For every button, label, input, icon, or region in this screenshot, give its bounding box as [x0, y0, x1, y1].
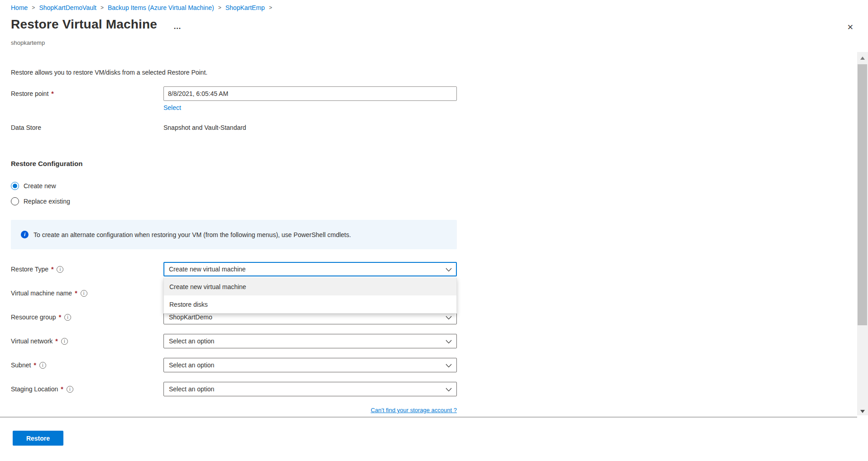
required-asterisk: * [61, 385, 63, 393]
more-options-icon[interactable]: … [173, 24, 182, 29]
breadcrumb-separator-icon: > [218, 5, 221, 11]
storage-account-help-link[interactable]: Can't find your storage account ? [371, 407, 457, 413]
restore-point-field: Select [163, 86, 457, 112]
data-store-row: Data Store Snapshot and Vault-Standard [11, 124, 857, 131]
required-asterisk: * [59, 314, 61, 321]
required-asterisk: * [34, 361, 36, 369]
restore-type-label: Restore Type * i [11, 266, 163, 273]
triangle-up-icon [860, 57, 865, 60]
required-asterisk: * [51, 266, 53, 273]
restore-vm-blade: Home > ShopKartDemoVault > Backup Items … [0, 0, 868, 461]
select-value: Select an option [169, 337, 214, 345]
subnet-label: Subnet * i [11, 361, 163, 369]
restore-form: Restore Type * i Create new virtual mach… [11, 262, 857, 414]
radio-replace-existing[interactable]: Replace existing [11, 197, 857, 206]
select-value: Select an option [169, 361, 214, 369]
footer-divider [0, 417, 857, 418]
info-tooltip-icon[interactable]: i [57, 266, 63, 273]
staging-location-select[interactable]: Select an option [163, 382, 457, 396]
staging-location-row: Staging Location * i Select an option [11, 382, 857, 396]
radio-label: Create new [24, 182, 56, 190]
required-asterisk: * [75, 290, 77, 297]
breadcrumb-link-home[interactable]: Home [11, 4, 28, 11]
field-label: Data Store [11, 124, 41, 131]
select-value: Select an option [169, 385, 214, 393]
restore-type-dropdown-wrapper: Create new virtual machine Create new vi… [163, 262, 457, 276]
virtual-network-select[interactable]: Select an option [163, 334, 457, 348]
storage-link-row: Can't find your storage account ? [11, 406, 457, 414]
field-label: Restore Type [11, 266, 48, 273]
virtual-network-label: Virtual network * i [11, 337, 163, 345]
info-tooltip-icon[interactable]: i [64, 314, 71, 321]
field-label: Resource group [11, 314, 56, 321]
select-value: ShopKartDemo [169, 314, 212, 321]
dropdown-option-create-new-vm[interactable]: Create new virtual machine [164, 278, 456, 295]
breadcrumb-separator-icon: > [269, 5, 272, 11]
chevron-down-icon [446, 316, 452, 320]
restore-point-input[interactable] [163, 86, 457, 101]
vertical-scrollbar[interactable] [857, 52, 868, 415]
breadcrumb: Home > ShopKartDemoVault > Backup Items … [11, 4, 272, 11]
restore-configuration-heading: Restore Configuration [11, 160, 857, 167]
blade-content: Restore allows you to restore VM/disks f… [0, 52, 857, 417]
scrollbar-up-button[interactable] [857, 52, 868, 64]
restore-type-dropdown-list: Create new virtual machine Restore disks [163, 278, 457, 314]
info-tooltip-icon[interactable]: i [61, 338, 68, 345]
restore-point-row: Restore point * Select [11, 86, 857, 112]
select-value: Create new virtual machine [169, 266, 246, 273]
radio-create-new[interactable]: Create new [11, 181, 857, 190]
field-label: Subnet [11, 361, 31, 369]
info-icon: i [21, 231, 29, 238]
dropdown-option-restore-disks[interactable]: Restore disks [164, 295, 456, 313]
blade-subtitle: shopkartemp [11, 39, 45, 46]
subnet-select[interactable]: Select an option [163, 358, 457, 372]
chevron-down-icon [446, 268, 452, 272]
required-asterisk: * [51, 90, 53, 97]
radio-button-icon[interactable] [11, 197, 19, 205]
resource-group-label: Resource group * i [11, 314, 163, 321]
breadcrumb-link-vault[interactable]: ShopKartDemoVault [39, 4, 96, 11]
blade-header: Restore Virtual Machine … [11, 17, 182, 32]
page-title: Restore Virtual Machine [11, 17, 157, 32]
scrollbar-down-button[interactable] [857, 407, 868, 415]
field-label: Staging Location [11, 385, 58, 393]
virtual-network-row: Virtual network * i Select an option [11, 334, 857, 348]
radio-label: Replace existing [24, 198, 70, 205]
info-tooltip-icon[interactable]: i [67, 386, 73, 393]
field-label: Virtual machine name [11, 290, 72, 297]
restore-point-label: Restore point * [11, 86, 163, 101]
info-tooltip-icon[interactable]: i [39, 362, 46, 369]
required-asterisk: * [55, 337, 58, 345]
breadcrumb-separator-icon: > [32, 5, 35, 11]
restore-type-row: Restore Type * i Create new virtual mach… [11, 262, 857, 276]
chevron-down-icon [446, 388, 452, 392]
data-store-value: Snapshot and Vault-Standard [163, 124, 457, 131]
restore-point-select-link[interactable]: Select [163, 104, 181, 111]
intro-text: Restore allows you to restore VM/disks f… [11, 52, 857, 76]
breadcrumb-link-shopkartemp[interactable]: ShopKartEmp [225, 4, 265, 11]
info-tooltip-icon[interactable]: i [81, 290, 87, 297]
info-banner-text: To create an alternate configuration whe… [34, 231, 351, 238]
breadcrumb-separator-icon: > [101, 5, 104, 11]
restore-button[interactable]: Restore [13, 431, 63, 446]
field-label: Virtual network [11, 337, 53, 345]
triangle-down-icon [860, 410, 865, 413]
radio-button-icon[interactable] [11, 182, 19, 190]
subnet-row: Subnet * i Select an option [11, 358, 857, 372]
data-store-label: Data Store [11, 124, 163, 131]
scrollbar-thumb[interactable] [858, 64, 867, 325]
info-banner: i To create an alternate configuration w… [11, 220, 457, 249]
vm-name-label: Virtual machine name * i [11, 290, 163, 297]
chevron-down-icon [446, 364, 452, 368]
chevron-down-icon [446, 340, 452, 344]
field-label: Restore point [11, 90, 48, 97]
staging-location-label: Staging Location * i [11, 385, 163, 393]
close-icon[interactable]: ✕ [847, 23, 854, 32]
breadcrumb-link-backup-items[interactable]: Backup Items (Azure Virtual Machine) [108, 4, 214, 11]
restore-configuration-radio-group: Create new Replace existing [11, 181, 857, 206]
restore-type-select[interactable]: Create new virtual machine [163, 262, 457, 276]
